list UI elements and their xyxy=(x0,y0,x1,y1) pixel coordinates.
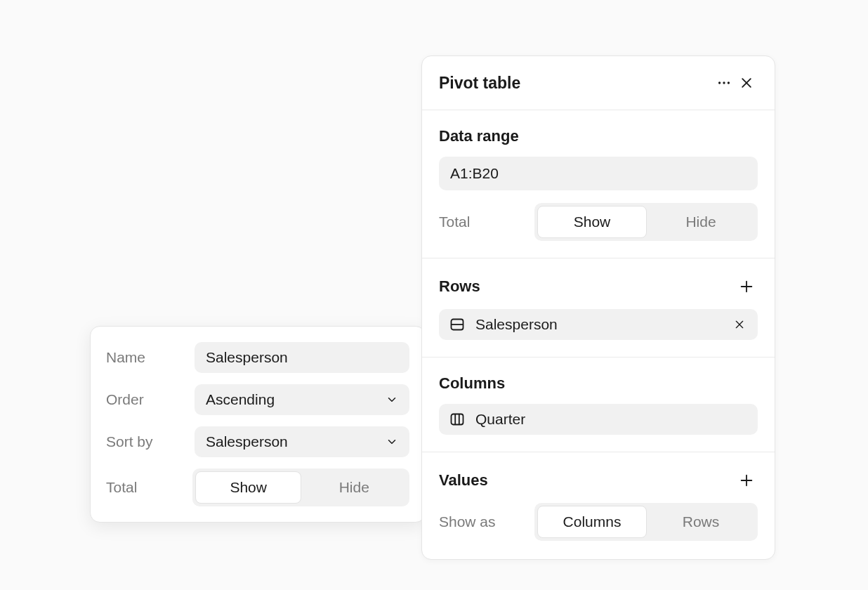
total-show-button[interactable]: Show xyxy=(537,206,647,238)
close-button[interactable] xyxy=(735,72,758,94)
total-hide-button[interactable]: Hide xyxy=(647,206,755,238)
row-field-label: Salesperson xyxy=(475,316,721,333)
row-field-item[interactable]: Salesperson xyxy=(439,309,758,340)
rows-section: Rows Salesperson xyxy=(422,258,775,358)
plus-icon xyxy=(739,279,754,294)
column-field-label: Quarter xyxy=(475,411,748,428)
svg-point-1 xyxy=(723,81,725,84)
more-horizontal-icon xyxy=(716,75,732,91)
data-range-total-label: Total xyxy=(439,214,518,230)
svg-point-0 xyxy=(718,81,721,84)
total-row: Total Show Hide xyxy=(106,468,409,506)
chevron-down-icon xyxy=(386,435,398,448)
total-show-button[interactable]: Show xyxy=(195,471,302,504)
more-button[interactable] xyxy=(713,72,735,94)
name-input[interactable]: Salesperson xyxy=(195,342,409,373)
sortby-value: Salesperson xyxy=(206,433,386,450)
total-hide-button[interactable]: Hide xyxy=(301,471,407,504)
sortby-row: Sort by Salesperson xyxy=(106,426,409,457)
values-title: Values xyxy=(439,471,735,490)
close-icon xyxy=(734,319,745,330)
svg-rect-11 xyxy=(452,414,463,425)
total-label: Total xyxy=(106,479,180,496)
panel-title: Pivot table xyxy=(439,74,713,93)
data-range-input[interactable]: A1:B20 xyxy=(439,157,758,190)
chevron-down-icon xyxy=(386,393,398,406)
sortby-label: Sort by xyxy=(106,433,182,450)
add-row-button[interactable] xyxy=(735,275,758,298)
data-range-section: Data range A1:B20 Total Show Hide xyxy=(422,110,775,258)
order-label: Order xyxy=(106,391,182,408)
name-value: Salesperson xyxy=(206,349,398,366)
pivot-table-panel: Pivot table Data range A1:B20 Total Show… xyxy=(421,55,775,560)
columns-section: Columns Quarter xyxy=(422,358,775,452)
data-range-total-toggle: Show Hide xyxy=(534,203,758,241)
values-showas-label: Show as xyxy=(439,513,518,530)
plus-icon xyxy=(739,473,754,488)
column-field-item[interactable]: Quarter xyxy=(439,404,758,435)
showas-rows-button[interactable]: Rows xyxy=(647,506,755,538)
values-showas-row: Show as Columns Rows xyxy=(439,503,758,541)
order-row: Order Ascending xyxy=(106,384,409,415)
add-value-button[interactable] xyxy=(735,469,758,492)
values-section: Values Show as Columns Rows xyxy=(422,452,775,559)
name-label: Name xyxy=(106,349,182,366)
data-range-title: Data range xyxy=(439,127,758,145)
svg-point-2 xyxy=(728,81,730,84)
total-toggle: Show Hide xyxy=(192,468,409,506)
remove-row-button[interactable] xyxy=(731,316,748,333)
close-icon xyxy=(739,76,754,90)
rows-icon xyxy=(449,316,466,333)
order-select[interactable]: Ascending xyxy=(195,384,409,415)
columns-icon xyxy=(449,411,466,428)
sortby-select[interactable]: Salesperson xyxy=(195,426,409,457)
row-config-popover: Name Salesperson Order Ascending Sort by… xyxy=(90,326,426,523)
rows-title: Rows xyxy=(439,277,735,296)
order-value: Ascending xyxy=(206,391,386,408)
data-range-total-row: Total Show Hide xyxy=(439,203,758,241)
values-showas-toggle: Columns Rows xyxy=(534,503,758,541)
showas-columns-button[interactable]: Columns xyxy=(537,506,647,538)
columns-title: Columns xyxy=(439,374,758,393)
name-row: Name Salesperson xyxy=(106,342,409,373)
panel-header: Pivot table xyxy=(422,56,775,110)
